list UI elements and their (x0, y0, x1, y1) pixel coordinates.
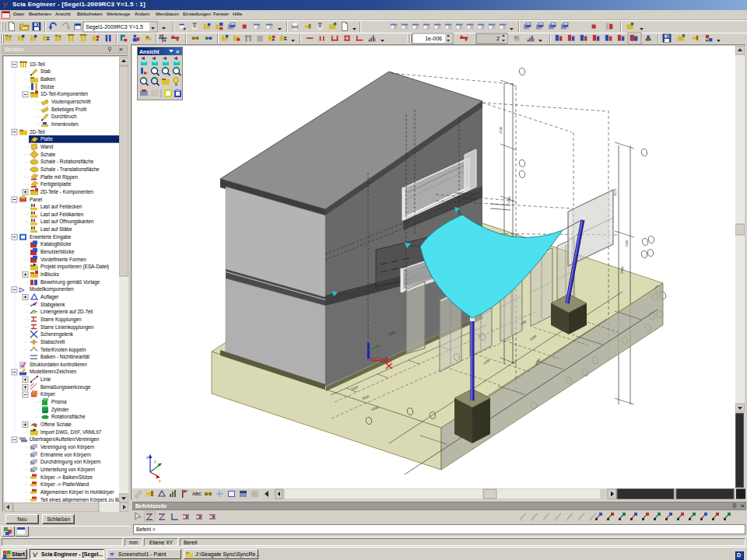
svg-text:x: x (159, 478, 161, 483)
svg-text:Teil eines allgemeinen Körpers: Teil eines allgemeinen Körpers zu Bau (40, 497, 119, 503)
svg-text:Last auf Öffnungskanten: Last auf Öffnungskanten (40, 219, 94, 225)
svg-text:Fertigteilplatte: Fertigteilplatte (40, 181, 72, 187)
svg-text:Schale - Translationsfläche: Schale - Translationsfläche (40, 166, 100, 172)
svg-text:Panel: Panel (30, 197, 42, 202)
svg-text:Starre Kopplungen: Starre Kopplungen (40, 317, 82, 323)
svg-text:Unterteilung von Körpern: Unterteilung von Körpern (40, 467, 96, 473)
svg-text:Stabgelenk: Stabgelenk (40, 302, 65, 308)
svg-text:1D-Teil-Komponenten: 1D-Teil-Komponenten (40, 91, 88, 97)
svg-text:ABC: ABC (192, 492, 202, 496)
svg-text:Körper: Körper (40, 391, 55, 397)
svg-text:Prisma: Prisma (51, 399, 67, 404)
svg-text:Modellkomponenten: Modellkomponenten (30, 286, 74, 292)
svg-text:Zylinder: Zylinder (51, 407, 68, 413)
svg-text:Beliebiges Profil: Beliebiges Profil (51, 107, 86, 113)
svg-text:Schale - Rotationsfläche: Schale - Rotationsfläche (40, 159, 94, 164)
svg-text:InBlocks: InBlocks (40, 271, 59, 277)
svg-text:Schale: Schale (40, 152, 56, 157)
svg-text:Stab: Stab (40, 68, 51, 74)
svg-text:Balken: Balken (40, 76, 56, 82)
svg-text:y: y (154, 459, 156, 464)
svg-text:Platte mit Rippen: Platte mit Rippen (40, 174, 78, 180)
svg-text:Balken - Nichtlinearität: Balken - Nichtlinearität (40, 354, 89, 359)
svg-text:Bemaßungswerkzeuge: Bemaßungswerkzeuge (40, 384, 91, 390)
svg-text:×: × (176, 48, 180, 55)
svg-text:Last auf Feldkanten: Last auf Feldkanten (40, 212, 84, 217)
svg-text:Körper -> Balken/Stütze: Körper -> Balken/Stütze (40, 474, 93, 481)
svg-text:2935: 2935 (499, 126, 503, 134)
svg-text:Erweiterte Eingabe: Erweiterte Eingabe (30, 234, 72, 240)
svg-text:2570: 2570 (613, 188, 617, 196)
svg-text:7000: 7000 (625, 240, 629, 247)
svg-text:Offene Schale: Offene Schale (40, 422, 72, 427)
svg-text:Übertragen/Aufteilen/Vereinige: Übertragen/Aufteilen/Vereinigen (30, 436, 100, 443)
svg-text:2D-Teile - Komponenten: 2D-Teile - Komponenten (40, 189, 93, 195)
svg-text:Stabschnitt: Stabschnitt (40, 339, 65, 345)
svg-text:Bewehrung gemäß Vorlage: Bewehrung gemäß Vorlage (40, 279, 100, 285)
svg-text:Liniengelenk auf 2D-Teil: Liniengelenk auf 2D-Teil (40, 309, 93, 315)
svg-text:Last auf Feldecken: Last auf Feldecken (40, 204, 82, 209)
svg-text:Durchdringung von Körpern: Durchdringung von Körpern (40, 459, 101, 465)
svg-text:▷: ▷ (19, 286, 25, 293)
svg-text:Körper -> Platte/Wand: Körper -> Platte/Wand (40, 481, 89, 488)
svg-text:Teile/Knoten koppeln: Teile/Knoten koppeln (40, 347, 86, 353)
svg-text:Stütze: Stütze (40, 84, 54, 89)
svg-text:Platte: Platte (40, 136, 54, 142)
svg-text:Wand: Wand (40, 144, 54, 149)
svg-text:1e-006: 1e-006 (425, 36, 442, 41)
svg-text:Voutenquerschnitt: Voutenquerschnitt (51, 99, 91, 105)
svg-text:Import DWG, DXF, VRML97: Import DWG, DXF, VRML97 (40, 429, 102, 436)
svg-text:Benutzerblöcke: Benutzerblöcke (40, 249, 75, 254)
svg-text:2: 2 (496, 36, 500, 41)
svg-text:Katalogblöcke: Katalogblöcke (40, 241, 72, 247)
svg-text:Ansicht: Ansicht (139, 49, 160, 54)
svg-text:2D-Teil: 2D-Teil (30, 129, 45, 135)
svg-text:Innenknoten: Innenknoten (51, 121, 79, 127)
svg-text:Scherengelenk: Scherengelenk (40, 331, 74, 338)
svg-text:Modellieren/Zeichnen: Modellieren/Zeichnen (30, 369, 77, 374)
svg-text:7000: 7000 (507, 196, 511, 204)
svg-text:Linie: Linie (40, 376, 51, 382)
svg-text:Last auf Stäbe: Last auf Stäbe (40, 226, 72, 232)
svg-text:Durchbruch: Durchbruch (51, 114, 77, 119)
svg-text:Vereinigung von Körpern: Vereinigung von Körpern (40, 444, 95, 450)
svg-text:Projekt importieren (ESA-Datei: Projekt importieren (ESA-Datei) (40, 264, 109, 270)
svg-text:Starre Linienkopplungen: Starre Linienkopplungen (40, 324, 94, 331)
svg-text:Rotationsfläche: Rotationsfläche (51, 414, 86, 419)
svg-text:Allgemeinen Körper in Hohlkörp: Allgemeinen Körper in Hohlkörper (40, 489, 114, 495)
svg-text:Auflager: Auflager (40, 294, 58, 300)
svg-text:z: z (146, 455, 149, 460)
svg-text:Strukturdaten kontrollieren: Strukturdaten kontrollieren (30, 362, 87, 367)
svg-text:1D-Teil: 1D-Teil (30, 61, 45, 67)
svg-text:Vordefinierte Formen: Vordefinierte Formen (40, 257, 86, 262)
svg-text:Segel1-2009RC3 Y=1.5: Segel1-2009RC3 Y=1.5 (86, 24, 143, 30)
svg-text:Entnahme von Körpern: Entnahme von Körpern (40, 452, 91, 458)
